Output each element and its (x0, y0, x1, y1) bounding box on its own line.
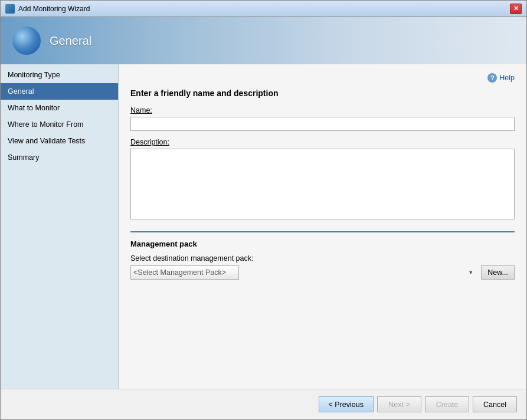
mgmt-pack-row: <Select Management Pack> New... (130, 265, 515, 280)
header-title: General (50, 34, 91, 48)
description-textarea[interactable] (130, 149, 515, 219)
mgmt-pack-select[interactable]: <Select Management Pack> (130, 265, 239, 280)
header-bar: General (1, 17, 526, 64)
help-bar: ? Help (130, 73, 515, 83)
mgmt-pack-select-wrapper: <Select Management Pack> (130, 265, 476, 280)
footer: < Previous Next > Create Cancel (1, 389, 526, 419)
help-link[interactable]: ? Help (487, 73, 515, 83)
mgmt-pack-select-label: Select destination management pack: (130, 254, 515, 262)
cancel-button[interactable]: Cancel (473, 396, 517, 412)
sidebar-item-view-validate[interactable]: View and Validate Tests (1, 133, 118, 149)
description-label: Description: (130, 138, 515, 146)
wizard-window: Add Monitoring Wizard ✕ General Monitori… (0, 0, 527, 420)
close-button[interactable]: ✕ (510, 4, 522, 14)
sidebar: Monitoring Type General What to Monitor … (1, 64, 119, 389)
help-label: Help (499, 74, 515, 82)
name-input[interactable] (130, 117, 515, 131)
main-content: ? Help Enter a friendly name and descrip… (119, 64, 526, 389)
create-button[interactable]: Create (425, 396, 469, 412)
window-title: Add Monitoring Wizard (18, 5, 90, 13)
sidebar-item-where-to-monitor[interactable]: Where to Monitor From (1, 116, 118, 133)
wizard-app-icon (5, 4, 15, 14)
sidebar-item-general[interactable]: General (1, 83, 118, 100)
name-label: Name: (130, 106, 515, 114)
help-icon: ? (487, 73, 497, 83)
sidebar-item-monitoring-type[interactable]: Monitoring Type (1, 67, 118, 83)
sidebar-item-summary[interactable]: Summary (1, 149, 118, 166)
mgmt-pack-title: Management pack (130, 239, 515, 248)
title-bar-left: Add Monitoring Wizard (5, 4, 90, 14)
new-button[interactable]: New... (481, 265, 515, 280)
previous-button[interactable]: < Previous (319, 396, 374, 412)
mgmt-pack-section: Management pack Select destination manag… (130, 231, 515, 280)
section-title: Enter a friendly name and description (130, 88, 515, 98)
content-area: Monitoring Type General What to Monitor … (1, 64, 526, 389)
title-bar: Add Monitoring Wizard ✕ (1, 1, 526, 17)
sidebar-item-what-to-monitor[interactable]: What to Monitor (1, 100, 118, 116)
next-button[interactable]: Next > (377, 396, 421, 412)
header-icon (12, 27, 41, 55)
